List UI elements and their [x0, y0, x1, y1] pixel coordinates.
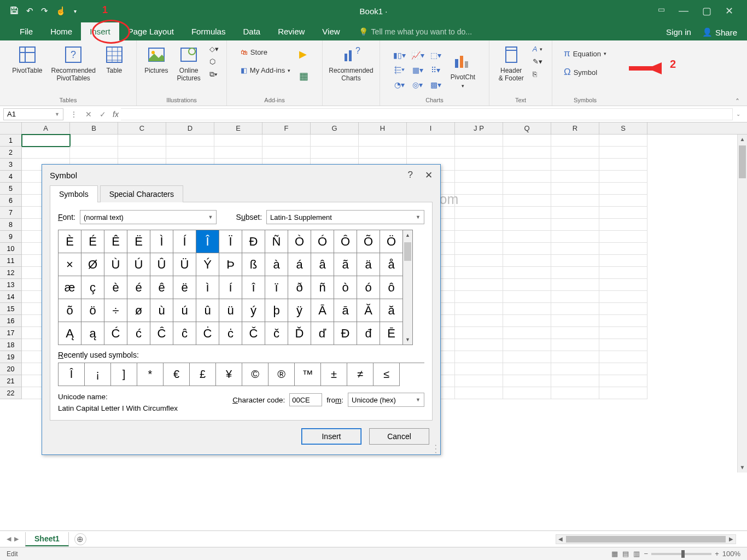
symbol-cell[interactable]: ì	[196, 276, 219, 299]
recommended-pivottables-button[interactable]: ?Recommended PivotTables	[49, 44, 98, 83]
cell[interactable]	[599, 159, 647, 171]
symbol-cell[interactable]: Ê	[104, 230, 127, 253]
recent-symbol-cell[interactable]: ®	[269, 363, 295, 386]
cell[interactable]	[599, 363, 647, 375]
symbol-cell[interactable]: ä	[357, 253, 380, 276]
symbol-cell[interactable]: ă	[380, 299, 403, 322]
cell[interactable]	[599, 279, 647, 291]
fx-icon[interactable]: fx	[113, 110, 119, 119]
symbol-cell[interactable]: Ú	[127, 253, 150, 276]
cell[interactable]	[455, 195, 503, 207]
cell[interactable]	[455, 315, 503, 327]
symbol-cell[interactable]: Ć	[104, 322, 127, 345]
cell[interactable]	[455, 135, 503, 147]
cell[interactable]	[503, 351, 551, 363]
my-addins-button[interactable]: ◧My Add-ins▾	[238, 65, 293, 75]
cell[interactable]	[503, 231, 551, 243]
symbol-cell[interactable]: ā	[334, 299, 357, 322]
cell[interactable]	[503, 159, 551, 171]
signature-button[interactable]: ⎘	[530, 69, 545, 79]
page-layout-view-icon[interactable]: ▤	[622, 550, 629, 558]
header-footer-button[interactable]: Header & Footer	[497, 44, 526, 83]
symbol-cell[interactable]: ç	[81, 276, 104, 299]
cell[interactable]	[503, 291, 551, 303]
cell[interactable]	[455, 219, 503, 231]
zoom-out-icon[interactable]: −	[644, 550, 649, 558]
bing-maps-button[interactable]: ▶	[297, 47, 311, 61]
cell[interactable]	[503, 183, 551, 195]
recommended-charts-button[interactable]: ?Recommended Charts	[326, 44, 375, 83]
column-header[interactable]: S	[599, 122, 647, 134]
row-header[interactable]: 21	[0, 375, 22, 387]
symbol-cell[interactable]: ï	[265, 276, 288, 299]
from-select[interactable]: Unicode (hex)▼	[348, 393, 424, 407]
cell[interactable]	[503, 363, 551, 375]
symbol-button[interactable]: ΩSymbol	[562, 66, 609, 79]
column-header[interactable]: D	[166, 122, 214, 134]
cell[interactable]	[551, 159, 599, 171]
symbol-cell[interactable]: ą	[81, 322, 104, 345]
cell[interactable]	[551, 363, 599, 375]
symbol-cell[interactable]: Ò	[288, 230, 311, 253]
cell[interactable]	[118, 147, 166, 159]
scroll-right-icon[interactable]: ▶	[727, 536, 736, 542]
cell[interactable]	[599, 183, 647, 195]
cell[interactable]	[503, 243, 551, 255]
symbol-cell[interactable]: ò	[334, 276, 357, 299]
cancel-button[interactable]: Cancel	[369, 428, 429, 445]
symbol-cell[interactable]: ß	[242, 253, 265, 276]
symbol-cell[interactable]: Î	[196, 230, 219, 253]
tab-symbols[interactable]: Symbols	[50, 185, 98, 202]
symbol-cell[interactable]: Ą	[59, 322, 81, 345]
symbol-cell[interactable]: à	[265, 253, 288, 276]
cell[interactable]	[455, 159, 503, 171]
tell-me[interactable]: 💡 Tell me what you want to do...	[359, 27, 472, 40]
name-box[interactable]: A1▼	[3, 108, 63, 120]
symbol-cell[interactable]: Þ	[219, 253, 242, 276]
row-header[interactable]: 1	[0, 135, 22, 147]
cell[interactable]	[551, 255, 599, 267]
cell[interactable]	[118, 135, 166, 147]
tab-special-characters[interactable]: Special Characters	[100, 185, 183, 202]
cell[interactable]	[599, 327, 647, 339]
cell[interactable]	[551, 315, 599, 327]
pie-chart-icon[interactable]: ◔▾	[392, 78, 408, 91]
cell[interactable]	[551, 135, 599, 147]
symbol-cell[interactable]: Í	[173, 230, 196, 253]
symbol-cell[interactable]: ó	[357, 276, 380, 299]
cell[interactable]	[599, 147, 647, 159]
cell[interactable]	[551, 171, 599, 183]
cell[interactable]	[599, 135, 647, 147]
row-header[interactable]: 16	[0, 315, 22, 327]
cell[interactable]	[359, 135, 407, 147]
cell[interactable]	[599, 351, 647, 363]
row-header[interactable]: 20	[0, 363, 22, 375]
cell[interactable]	[599, 171, 647, 183]
scatter-chart-icon[interactable]: ⠿▾	[428, 63, 444, 77]
cell[interactable]	[551, 147, 599, 159]
recent-symbol-cell[interactable]: ≠	[347, 363, 374, 386]
cell[interactable]	[551, 243, 599, 255]
store-button[interactable]: 🛍Store	[238, 47, 293, 57]
cell[interactable]	[214, 135, 262, 147]
touch-mode-icon[interactable]: ☝	[56, 6, 66, 16]
cell[interactable]	[455, 291, 503, 303]
table-button[interactable]: Table	[102, 44, 126, 75]
statistic-chart-icon[interactable]: ▦▾	[410, 63, 426, 77]
cell[interactable]	[503, 387, 551, 399]
column-header[interactable]: I	[407, 122, 455, 134]
symbol-cell[interactable]: ù	[150, 299, 173, 322]
hierarchy-chart-icon[interactable]: ⬱▾	[392, 63, 408, 77]
symbol-cell[interactable]: þ	[265, 299, 288, 322]
cell[interactable]	[503, 327, 551, 339]
cell[interactable]	[551, 327, 599, 339]
row-header[interactable]: 14	[0, 291, 22, 303]
confirm-edit-icon[interactable]: ✓	[100, 110, 106, 119]
cell[interactable]	[599, 387, 647, 399]
cell[interactable]	[359, 147, 407, 159]
tab-formulas[interactable]: Formulas	[183, 22, 235, 40]
column-header[interactable]: G	[311, 122, 359, 134]
cell[interactable]	[166, 147, 214, 159]
grid-scroll-up-icon[interactable]: ▲	[403, 230, 412, 240]
recent-symbol-cell[interactable]: £	[190, 363, 216, 386]
